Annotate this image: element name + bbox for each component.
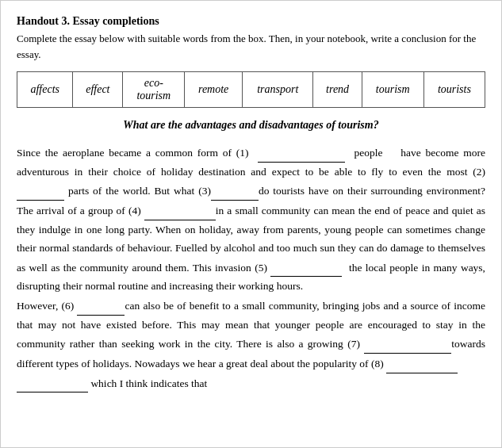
word-tourism: tourism: [362, 72, 423, 108]
word-remote: remote: [185, 72, 243, 108]
blank-7: [364, 334, 451, 354]
word-trend: trend: [313, 72, 362, 108]
word-box-table: affects effect eco-tourism remote transp…: [17, 71, 485, 108]
essay-p1-start: Since the aeroplane became a common form…: [17, 147, 258, 159]
essay-body: Since the aeroplane became a common form…: [17, 143, 485, 392]
word-ecotourism: eco-tourism: [123, 72, 185, 108]
word-effect: effect: [73, 72, 123, 108]
essay-p1-mid2: parts of the world. But what (3): [64, 185, 211, 197]
blank-6: [77, 296, 125, 316]
page-title: Handout 3. Essay completions: [17, 15, 485, 28]
blank-5: [270, 258, 342, 278]
blank-4: [144, 201, 216, 220]
word-tourists: tourists: [423, 72, 485, 108]
essay-p2-start: However, (6): [17, 300, 77, 312]
blank-1: [258, 143, 345, 163]
blank-8: [386, 354, 458, 373]
blank-2: [17, 181, 64, 201]
word-affects: affects: [17, 72, 73, 108]
blank-3: [211, 181, 259, 201]
essay-p2-end: which I think indicates that: [88, 377, 207, 389]
blank-9: [17, 373, 88, 393]
question-heading: What are the advantages and disadvantage…: [17, 119, 485, 132]
page: Handout 3. Essay completions Complete th…: [0, 0, 502, 448]
instructions-text: Complete the essay below with suitable w…: [17, 31, 485, 62]
word-transport: transport: [242, 72, 313, 108]
